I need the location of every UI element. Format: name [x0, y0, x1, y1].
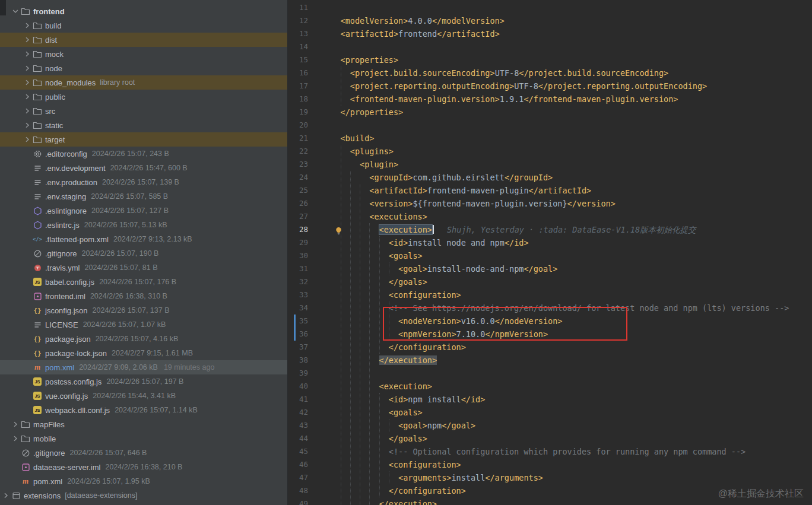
code-line-21[interactable]: 21 <build>	[288, 132, 812, 145]
code-line-41[interactable]: 41 <id>npm install</id>	[288, 393, 812, 406]
code-line-11[interactable]: 11	[288, 1, 812, 14]
code-line-47[interactable]: 47 <arguments>install</arguments>	[288, 471, 812, 484]
code-line-31[interactable]: 31 <goal>install-node-and-npm</goal>	[288, 262, 812, 275]
code-line-24[interactable]: 24 <groupId>com.github.eirslett</groupId…	[288, 171, 812, 184]
tree-item-frontend[interactable]: frontend	[0, 4, 287, 18]
code-text: <goal>npm</goal>	[321, 419, 475, 432]
xml-tag: <executions>	[369, 212, 427, 221]
tree-item-jsconfig-json[interactable]: {}jsconfig.json2024/2/26 15:07, 137 B	[0, 303, 287, 317]
chevron-spacer	[23, 177, 32, 187]
git-change-marker	[294, 328, 296, 341]
chevron-right-icon[interactable]	[23, 120, 32, 130]
folder-icon	[32, 92, 43, 101]
code-line-20[interactable]: 20	[288, 119, 812, 132]
item-meta: 2024/2/26 15:07, 197 B	[106, 377, 183, 386]
code-line-46[interactable]: 46 <configuration>	[288, 458, 812, 471]
code-line-40[interactable]: 40 <execution>	[288, 380, 812, 393]
line-number: 16	[288, 66, 321, 80]
code-line-26[interactable]: 26 <version>${frontend-maven-plugin.vers…	[288, 197, 812, 210]
tree-item-dist[interactable]: dist	[0, 33, 287, 47]
chevron-right-icon[interactable]	[23, 21, 32, 30]
code-line-15[interactable]: 15 <properties>	[288, 53, 812, 66]
code-line-39[interactable]: 39	[288, 367, 812, 380]
tree-item-env-production[interactable]: .env.production2024/2/26 15:07, 139 B	[0, 175, 287, 189]
tree-item-pom-xml[interactable]: mpom.xml2024/2/26 15:07, 1.95 kB	[0, 474, 287, 488]
code-line-13[interactable]: 13 <artifactId>frontend</artifactId>	[288, 27, 812, 40]
line-number: 26	[288, 197, 321, 210]
chevron-right-icon[interactable]	[23, 78, 32, 87]
code-line-23[interactable]: 23 <plugin>	[288, 158, 812, 171]
tree-item-license[interactable]: LICENSE2024/2/26 15:07, 1.07 kB	[0, 317, 287, 332]
tree-item-eslintrc-js[interactable]: .eslintrc.js2024/2/26 15:07, 5.13 kB	[0, 218, 287, 232]
item-meta: 2024/2/26 15:07, 1.95 kB	[67, 477, 150, 485]
code-line-32[interactable]: 32 </goals>	[288, 275, 812, 288]
xml-tag: <execution>	[379, 382, 432, 391]
code-line-37[interactable]: 37 </configuration>	[288, 341, 812, 354]
json-icon: {}	[32, 306, 43, 315]
code-line-30[interactable]: 30 <goals>	[288, 249, 812, 262]
code-line-16[interactable]: 16 <project.build.sourceEncoding>UTF-8</…	[288, 66, 812, 80]
code-line-22[interactable]: 22 <plugins>	[288, 145, 812, 158]
tree-item-postcss-config-js[interactable]: JSpostcss.config.js2024/2/26 15:07, 197 …	[0, 374, 287, 389]
code-text: <plugin>	[321, 158, 398, 171]
code-line-25[interactable]: 25 <artifactId>frontend-maven-plugin</ar…	[288, 184, 812, 197]
tree-item-gitignore[interactable]: .gitignore2024/2/26 15:07, 190 B	[0, 246, 287, 261]
tree-item-package-lock-json[interactable]: {}package-lock.json2024/2/27 9:15, 1.61 …	[0, 346, 287, 360]
code-line-12[interactable]: 12 <modelVersion>4.0.0</modelVersion>	[288, 14, 812, 27]
xml-tag: <build>	[341, 134, 375, 143]
tree-item-src[interactable]: src	[0, 104, 287, 118]
tree-item-travis-yml[interactable]: .travis.yml2024/2/26 15:07, 81 B	[0, 261, 287, 275]
tree-item-build[interactable]: build	[0, 18, 287, 33]
tree-item-editorconfig[interactable]: .editorconfig2024/2/26 15:07, 243 B	[0, 147, 287, 161]
tree-item-extensions[interactable]: extensions[dataease-extensions]	[0, 488, 287, 503]
tree-item-public[interactable]: public	[0, 90, 287, 104]
code-line-27[interactable]: 27 <executions>	[288, 210, 812, 223]
tree-item-env-development[interactable]: .env.development2024/2/26 15:47, 600 B	[0, 161, 287, 175]
tree-item-node[interactable]: node	[0, 61, 287, 75]
code-line-28[interactable]: 28 <execution>Shujh, Yesterday · :tada: …	[288, 223, 812, 236]
tree-item-frontend-iml[interactable]: frontend.iml2024/2/26 16:38, 310 B	[0, 289, 287, 303]
folder-icon	[32, 35, 43, 45]
tree-item-target[interactable]: target	[0, 132, 287, 147]
tree-item-vue-config-js[interactable]: JSvue.config.js2024/2/26 15:44, 3.41 kB	[0, 389, 287, 403]
tree-item-babel-config-js[interactable]: JSbabel.config.js2024/2/26 15:07, 176 B	[0, 275, 287, 289]
code-line-29[interactable]: 29 <id>install node and npm</id>	[288, 236, 812, 249]
chevron-right-icon[interactable]	[11, 434, 20, 443]
tree-item-static[interactable]: static	[0, 118, 287, 132]
tree-item-env-staging[interactable]: .env.staging2024/2/26 15:07, 585 B	[0, 189, 287, 204]
tree-item-mapfiles[interactable]: mapFiles	[0, 417, 287, 431]
code-line-44[interactable]: 44 </goals>	[288, 432, 812, 445]
code-area[interactable]: 1112 <modelVersion>4.0.0</modelVersion>1…	[288, 1, 812, 505]
git-icon	[32, 249, 43, 258]
code-line-38[interactable]: 38 </execution>	[288, 354, 812, 367]
code-line-43[interactable]: 43 <goal>npm</goal>	[288, 419, 812, 432]
tree-item-eslintignore[interactable]: .eslintignore2024/2/26 15:07, 127 B	[0, 204, 287, 218]
chevron-right-icon[interactable]	[23, 63, 32, 73]
chevron-right-icon[interactable]	[23, 106, 32, 116]
chevron-right-icon[interactable]	[11, 420, 20, 429]
tree-item-gitignore[interactable]: .gitignore2024/2/26 15:07, 646 B	[0, 446, 287, 460]
tree-item-pom-xml[interactable]: mpom.xml2024/2/27 9:09, 2.06 kB19 minute…	[0, 360, 287, 374]
code-line-14[interactable]: 14	[288, 40, 812, 53]
tree-item-node-modules[interactable]: node_moduleslibrary root	[0, 75, 287, 90]
chevron-right-icon[interactable]	[23, 35, 32, 45]
chevron-right-icon[interactable]	[1, 491, 11, 500]
chevron-right-icon[interactable]	[23, 49, 32, 59]
chevron-down-icon[interactable]	[11, 7, 20, 16]
code-line-33[interactable]: 33 <configuration>	[288, 288, 812, 301]
code-line-19[interactable]: 19 </properties>	[288, 106, 812, 119]
code-line-17[interactable]: 17 <project.reporting.outputEncoding>UTF…	[288, 80, 812, 93]
code-line-45[interactable]: 45 <!-- Optional configuration which pro…	[288, 445, 812, 458]
chevron-right-icon[interactable]	[23, 92, 32, 101]
code-line-18[interactable]: 18 <frontend-maven-plugin.version>1.9.1<…	[288, 93, 812, 106]
item-name: pom.xml	[45, 363, 74, 372]
tree-item-webpack-dll-conf-js[interactable]: JSwebpack.dll.conf.js2024/2/26 15:07, 1.…	[0, 403, 287, 417]
code-line-42[interactable]: 42 <goals>	[288, 406, 812, 419]
tree-item-mock[interactable]: mock	[0, 47, 287, 61]
tree-item-package-json[interactable]: {}package.json2024/2/26 15:07, 4.16 kB	[0, 332, 287, 346]
tree-item-dataease-server-iml[interactable]: dataease-server.iml2024/2/26 16:38, 210 …	[0, 460, 287, 474]
tree-item-mobile[interactable]: mobile	[0, 431, 287, 446]
chevron-right-icon[interactable]	[23, 135, 32, 144]
tree-item-flattened-pom-xml[interactable]: </>.flattened-pom.xml2024/2/27 9:13, 2.1…	[0, 232, 287, 246]
intention-bulb-icon[interactable]	[335, 225, 343, 234]
